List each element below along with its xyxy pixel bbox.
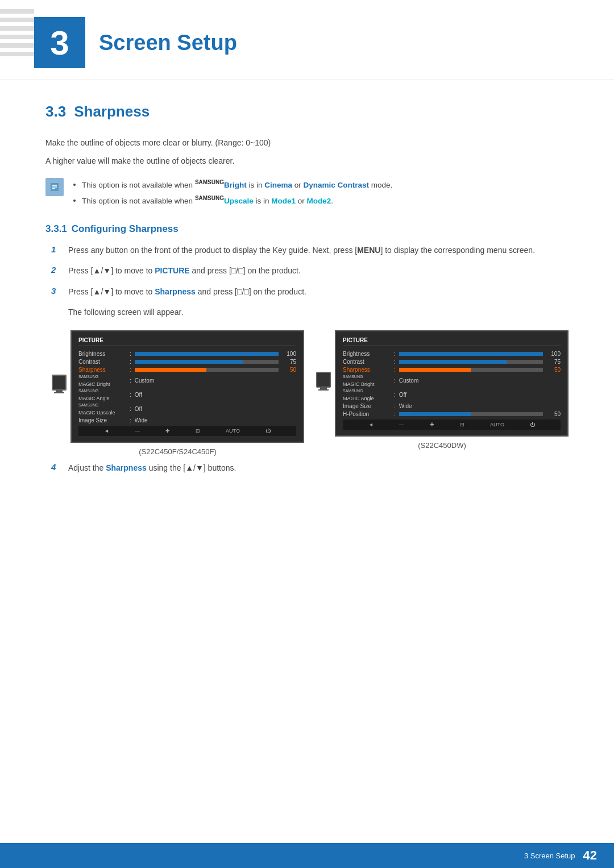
description-1: Make the outline of objects more clear o… [45, 136, 569, 149]
screen-2-row-magic-angle: SAMSUNGMAGIC Angle : Off [343, 389, 561, 401]
steps-list: 1 Press any button on the front of the p… [51, 244, 569, 474]
svg-rect-15 [318, 389, 329, 391]
diagonal-decoration [0, 0, 34, 63]
screen-2-row-sharpness: Sharpness : 50 [343, 367, 561, 373]
screen-1-wrapper: PICTURE Brightness : 100 Contr [51, 330, 304, 456]
chapter-number: 3 [50, 23, 69, 63]
screen-1-bottom-bar: ◄ — ✚ ⊟ AUTO ⏻ [78, 426, 296, 436]
screen-2-box: PICTURE Brightness : 100 Contr [335, 330, 569, 437]
page-footer: 3 Screen Setup 42 [0, 843, 614, 868]
screen-1-label: PICTURE [78, 337, 296, 346]
screen-2-monitor: PICTURE Brightness : 100 Contr [316, 330, 569, 437]
step-2: 2 Press [▲/▼] to move to PICTURE and pre… [51, 264, 569, 277]
screen-2-wrapper: PICTURE Brightness : 100 Contr [316, 330, 569, 456]
step-4-number: 4 [51, 462, 64, 472]
subsection-3-3-1-title: 3.3.1Configuring Sharpness [45, 223, 569, 235]
step-3: 3 Press [▲/▼] to move to Sharpness and p… [51, 285, 569, 298]
step-2-number: 2 [51, 264, 64, 275]
section-title-text: Sharpness [74, 103, 150, 120]
chapter-title: Screen Setup [99, 31, 237, 55]
note-item-2: This option is not available when SAMSUN… [82, 194, 392, 207]
screen-2-label: PICTURE [343, 337, 561, 346]
note-content: This option is not available when SAMSUN… [72, 178, 392, 210]
note-icon [45, 178, 64, 196]
svg-rect-13 [317, 372, 330, 387]
screen-1-monitor: PICTURE Brightness : 100 Contr [51, 330, 304, 443]
footer-page-number: 42 [583, 848, 597, 863]
step-1: 1 Press any button on the front of the p… [51, 244, 569, 256]
step-3-sub-text: The following screen will appear. [68, 308, 183, 317]
svg-rect-12 [54, 392, 64, 393]
screen-1-row-magic-bright: SAMSUNGMAGIC Bright : Custom [78, 375, 296, 387]
step-4-text: Adjust the Sharpness using the [▲/▼] but… [68, 462, 569, 474]
screen-1-row-sharpness: Sharpness : 50 [78, 367, 296, 373]
screen-1-row-brightness: Brightness : 100 [78, 351, 296, 357]
step-4: 4 Adjust the Sharpness using the [▲/▼] b… [51, 462, 569, 474]
screen-1-row-contrast: Contrast : 75 [78, 359, 296, 365]
subsection-number: 3.3.1 [45, 223, 67, 234]
step-3-sub: The following screen will appear. [68, 306, 569, 318]
note-box: This option is not available when SAMSUN… [45, 178, 569, 210]
description-2: A higher value will make the outline of … [45, 155, 569, 167]
screen-1-row-magic-angle: SAMSUNGMAGIC Angle : Off [78, 389, 296, 401]
footer-text: 3 Screen Setup [524, 852, 575, 860]
screen-2-row-image-size: Image Size : Wide [343, 403, 561, 409]
screen-2-caption: (S22C450DW) [418, 441, 466, 450]
screen-1-row-magic-upscale: SAMSUNGMAGIC Upscale : Off [78, 403, 296, 416]
step-3-text: Press [▲/▼] to move to Sharpness and pre… [68, 285, 569, 298]
main-content: 3.3Sharpness Make the outline of objects… [0, 86, 614, 528]
svg-rect-11 [56, 390, 63, 392]
page-header: 3 Screen Setup [0, 0, 614, 80]
screen-2-row-h-position: H-Position : 50 [343, 411, 561, 417]
step-1-number: 1 [51, 244, 64, 254]
monitor-icon-1 [51, 374, 67, 398]
monitor-icon-2 [316, 371, 331, 396]
screen-2-bottom-bar: ◄ — ✚ ⊟ AUTO ⏻ [343, 420, 561, 430]
screen-1-box: PICTURE Brightness : 100 Contr [70, 330, 304, 443]
screen-1-caption: (S22C450F/S24C450F) [139, 447, 217, 456]
screens-container: PICTURE Brightness : 100 Contr [51, 330, 569, 456]
section-3-3-title: 3.3Sharpness [45, 103, 569, 121]
note-item-1: This option is not available when SAMSUN… [82, 178, 392, 191]
screen-1-row-image-size: Image Size : Wide [78, 417, 296, 423]
svg-rect-10 [52, 375, 66, 390]
screen-2-row-brightness: Brightness : 100 [343, 351, 561, 357]
step-2-text: Press [▲/▼] to move to PICTURE and press… [68, 264, 569, 277]
screen-2-row-contrast: Contrast : 75 [343, 359, 561, 365]
step-3-number: 3 [51, 285, 64, 296]
section-number: 3.3 [45, 103, 66, 120]
chapter-number-box: 3 [34, 17, 85, 68]
svg-rect-14 [320, 387, 327, 389]
screen-2-row-magic-bright: SAMSUNGMAGIC Bright : Custom [343, 375, 561, 387]
subsection-title-text: Configuring Sharpness [72, 223, 179, 234]
step-1-text: Press any button on the front of the pro… [68, 244, 569, 256]
